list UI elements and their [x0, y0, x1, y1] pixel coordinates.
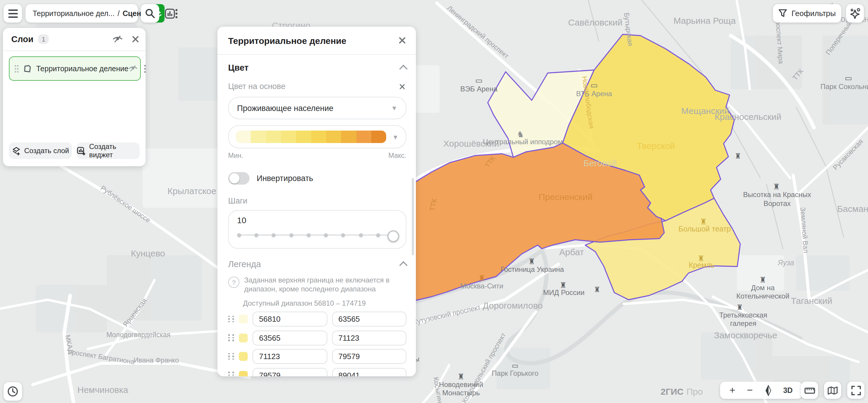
style-panel-close-icon[interactable] — [398, 36, 406, 44]
history-clock-button[interactable] — [4, 382, 22, 401]
map-poi-icon: ♜ — [594, 286, 600, 294]
invert-toggle[interactable] — [228, 172, 250, 184]
gradient-step — [341, 131, 356, 143]
legend-row — [228, 368, 406, 376]
funnel-icon — [779, 9, 787, 18]
map-label: Савёловский — [568, 18, 622, 27]
gradient-step — [326, 131, 341, 143]
map-label: Марьина Роща — [674, 16, 736, 26]
create-layer-button[interactable]: Создать слой — [9, 142, 72, 159]
legend-color-swatch[interactable] — [239, 371, 248, 376]
widgets-button[interactable] — [165, 4, 176, 23]
fullscreen-button[interactable] — [847, 382, 864, 399]
map-label: Москва-Сити — [460, 282, 503, 290]
map-label: Мещанский — [681, 106, 729, 116]
geofilters-label: Геофильтры — [792, 9, 836, 18]
legend-range-to-input[interactable] — [332, 312, 406, 327]
chevron-down-icon: ▼ — [392, 133, 399, 140]
steps-value-input[interactable]: 10 — [237, 215, 398, 225]
map-label: Басманный — [837, 204, 868, 214]
map-label: Дорогомилово — [483, 301, 543, 310]
zoom-in-button[interactable]: + — [730, 385, 736, 395]
layer-visibility-eye-icon[interactable] — [128, 65, 138, 72]
drag-handle-icon[interactable] — [14, 64, 19, 73]
legend-range-from-input[interactable] — [252, 330, 327, 345]
legend-row — [228, 312, 406, 326]
kebab-icon — [176, 9, 178, 18]
create-widget-button[interactable]: Создать виджет — [76, 142, 140, 159]
legend-range-to-input[interactable] — [332, 330, 406, 345]
map-poi-icon: ♜ — [736, 303, 743, 311]
invert-toggle-label: Инвертировать — [257, 174, 313, 183]
map-label: Третьяковская — [719, 311, 767, 319]
style-panel: Территориальное деление Цвет Цвет на осн… — [217, 27, 416, 376]
legend-section-title: Легенда — [228, 259, 400, 269]
hamburger-icon — [8, 9, 18, 18]
steps-slider[interactable] — [237, 230, 398, 240]
ai-assistant-button[interactable] — [846, 4, 864, 23]
legend-color-swatch[interactable] — [239, 314, 248, 324]
map-label: Таганский — [791, 296, 832, 306]
map-label: Центральный ипподром — [483, 138, 563, 146]
legend-row-drag-handle[interactable] — [228, 372, 234, 377]
color-section-title: Цвет — [228, 63, 400, 72]
map-label: Арбат — [559, 247, 584, 257]
map-poi-icon: ▭ — [512, 362, 519, 369]
layers-panel-close-icon[interactable] — [131, 35, 140, 43]
bar-chart-icon — [165, 8, 176, 19]
map-poi-icon: ▭ — [845, 74, 852, 82]
threed-button[interactable]: 3D — [783, 386, 793, 394]
legend-row-drag-handle[interactable] — [228, 316, 234, 323]
color-gradient-strip — [236, 131, 386, 143]
legend-color-swatch[interactable] — [239, 333, 248, 342]
legend-range-from-input[interactable] — [252, 368, 327, 376]
color-based-on-label: Цвет на основе — [228, 82, 398, 91]
legend-range-from-input[interactable] — [252, 312, 327, 327]
map-label: Пресненский — [538, 192, 592, 202]
create-layer-icon — [12, 146, 21, 155]
help-icon[interactable]: ? — [228, 277, 240, 288]
map-label: Большой театр — [679, 225, 731, 233]
ruler-button[interactable] — [801, 382, 818, 399]
gradient-step — [236, 131, 251, 143]
layers-panel: Слои 1 Территориальное деление — [3, 28, 146, 166]
geofilters-button[interactable]: Геофильтры — [773, 4, 841, 23]
map-label: Кунцево — [131, 248, 165, 258]
color-section-collapse-icon[interactable] — [399, 65, 408, 73]
more-options-button[interactable] — [176, 4, 178, 23]
steps-slider-handle[interactable] — [388, 230, 399, 242]
gradient-max-label: Макс. — [389, 152, 406, 159]
map-style-button[interactable] — [824, 382, 841, 399]
legend-collapse-icon[interactable] — [399, 261, 408, 269]
clear-attribute-icon[interactable] — [399, 83, 405, 90]
map-label: Новодевичий — [439, 380, 483, 389]
hide-all-layers-eye-icon[interactable] — [112, 35, 123, 43]
panel-scrollbar[interactable] — [412, 178, 414, 255]
legend-range-to-input[interactable] — [332, 349, 406, 364]
attribute-select-value: Проживающее население — [237, 104, 391, 112]
map-label: Монастырь — [442, 389, 480, 397]
legend-color-swatch[interactable] — [239, 352, 248, 361]
legend-row-drag-handle[interactable] — [228, 334, 234, 341]
folded-map-icon — [828, 386, 838, 394]
gradient-step — [266, 131, 281, 143]
steps-label: Шаги — [228, 197, 406, 205]
legend-row-drag-handle[interactable] — [228, 353, 234, 360]
style-panel-title: Территориальное деление — [228, 35, 398, 45]
layer-item-territorial-division[interactable]: Территориальное деление — [9, 56, 141, 81]
search-button[interactable] — [141, 4, 159, 23]
zoom-out-button[interactable]: − — [747, 385, 753, 395]
create-widget-label: Создать виджет — [89, 142, 140, 159]
legend-range-from-input[interactable] — [252, 349, 327, 364]
compass-icon[interactable] — [764, 384, 771, 396]
app: ▭▭♞♜♜♜♜♜♜♜♜♜♜▭♜▲▭ СтрогиноЛенинградский … — [0, 0, 868, 403]
hamburger-menu-button[interactable] — [4, 4, 22, 23]
legend-range-to-input[interactable] — [332, 368, 406, 376]
breadcrumb-project[interactable]: Территориальное дел... — [33, 9, 115, 18]
map-poi-icon: ♜ — [759, 275, 766, 284]
layer-kebab-icon[interactable] — [144, 64, 146, 73]
gradient-select[interactable]: ▼ — [228, 125, 406, 148]
attribute-select[interactable]: Проживающее население ▼ — [228, 97, 406, 119]
gradient-min-label: Мин. — [228, 152, 243, 159]
map-poi-icon: ♜ — [735, 152, 741, 160]
